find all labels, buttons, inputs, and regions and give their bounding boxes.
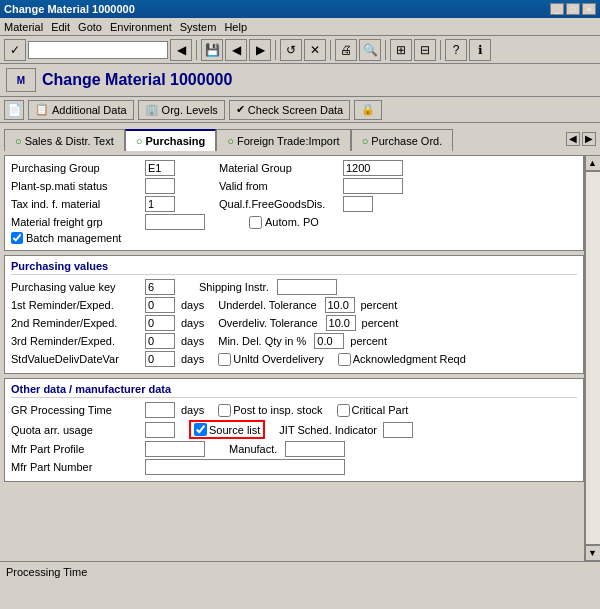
tab-purchase-ord[interactable]: ○ Purchase Ord.: [351, 129, 454, 151]
qual-free-goods-label: Qual.f.FreeGoodsDis.: [219, 198, 339, 210]
back-btn[interactable]: ✓: [4, 39, 26, 61]
menu-help[interactable]: Help: [224, 21, 247, 33]
command-input[interactable]: [28, 41, 168, 59]
info-btn[interactable]: ℹ: [469, 39, 491, 61]
unltd-overdelivery-checkbox[interactable]: [218, 353, 231, 366]
scroll-track: [585, 171, 601, 545]
close-btn[interactable]: ×: [582, 3, 596, 15]
underdel-label: Underdel. Tolerance: [218, 299, 316, 311]
scroll-up-btn[interactable]: ▲: [585, 155, 601, 171]
tab-purchasing[interactable]: ○ Purchasing: [125, 129, 217, 151]
batch-management-label: Batch management: [26, 232, 121, 244]
batch-management-checkbox[interactable]: [11, 232, 23, 244]
std-value-input[interactable]: [145, 351, 175, 367]
reminder1-label: 1st Reminder/Exped.: [11, 299, 141, 311]
plant-sp-input[interactable]: [145, 178, 175, 194]
sub-icon: 📄: [4, 100, 24, 120]
post-to-insp-stock-checkbox[interactable]: [218, 404, 231, 417]
reminder1-input[interactable]: [145, 297, 175, 313]
reminder3-label: 3rd Reminder/Exped.: [11, 335, 141, 347]
underdel-input[interactable]: [325, 297, 355, 313]
material-freight-label: Material freight grp: [11, 216, 141, 228]
menu-goto[interactable]: Goto: [78, 21, 102, 33]
menu-material[interactable]: Material: [4, 21, 43, 33]
reminder3-input[interactable]: [145, 333, 175, 349]
org-levels-label: Org. Levels: [162, 104, 218, 116]
reminder2-input[interactable]: [145, 315, 175, 331]
title-bar-text: Change Material 1000000: [4, 3, 135, 15]
reminder3-unit: days: [181, 335, 204, 347]
options-btn[interactable]: ⊟: [414, 39, 436, 61]
layout-btn[interactable]: ⊞: [390, 39, 412, 61]
print-btn[interactable]: 🖨: [335, 39, 357, 61]
row-mfr-part-profile: Mfr Part Profile Manufact.: [11, 441, 577, 457]
min-del-qty-unit: percent: [350, 335, 387, 347]
material-icon: M: [6, 68, 36, 92]
manufact-input[interactable]: [285, 441, 345, 457]
nav-fwd-btn[interactable]: ▶: [249, 39, 271, 61]
separator-2: [275, 40, 276, 60]
content-area: Purchasing Group Material Group Plant-sp…: [4, 155, 584, 561]
menu-edit[interactable]: Edit: [51, 21, 70, 33]
tab-nav-prev[interactable]: ◀: [566, 132, 580, 146]
nav-back-btn[interactable]: ◀: [225, 39, 247, 61]
purchasing-group-input[interactable]: [145, 160, 175, 176]
find-btn[interactable]: 🔍: [359, 39, 381, 61]
tab-purchase-ord-label: Purchase Ord.: [371, 135, 442, 147]
qual-free-goods-input[interactable]: [343, 196, 373, 212]
tab-purchasing-label: Purchasing: [145, 135, 205, 147]
min-del-qty-input[interactable]: [314, 333, 344, 349]
tab-nav-next[interactable]: ▶: [582, 132, 596, 146]
main-toolbar: ✓ ◀ 💾 ◀ ▶ ↺ ✕ 🖨 🔍 ⊞ ⊟ ? ℹ: [0, 36, 600, 64]
other-data-section: Other data / manufacturer data GR Proces…: [4, 378, 584, 482]
row-mfr-part-number: Mfr Part Number: [11, 459, 577, 475]
purchasing-value-key-label: Purchasing value key: [11, 281, 141, 293]
shipping-instr-input[interactable]: [277, 279, 337, 295]
tab-purchase-ord-icon: ○: [362, 135, 369, 147]
tab-sales-distr-icon: ○: [15, 135, 22, 147]
refresh-btn[interactable]: ↺: [280, 39, 302, 61]
mfr-part-profile-input[interactable]: [145, 441, 205, 457]
tab-sales-distr[interactable]: ○ Sales & Distr. Text: [4, 129, 125, 151]
post-to-insp-stock-label: Post to insp. stock: [233, 404, 322, 416]
acknowledgment-reqd-checkbox[interactable]: [338, 353, 351, 366]
shipping-instr-label: Shipping Instr.: [199, 281, 269, 293]
enter-btn[interactable]: ◀: [170, 39, 192, 61]
menu-system[interactable]: System: [180, 21, 217, 33]
unltd-overdelivery-label: Unltd Overdelivery: [233, 353, 323, 365]
check-icon: ✔: [236, 103, 245, 116]
row-purchasing-group: Purchasing Group Material Group: [11, 160, 577, 176]
source-list-checkbox[interactable]: [194, 423, 207, 436]
row-purchasing-value-key: Purchasing value key Shipping Instr.: [11, 279, 577, 295]
org-levels-btn[interactable]: 🏢 Org. Levels: [138, 100, 225, 120]
material-group-input[interactable]: [343, 160, 403, 176]
check-screen-data-btn[interactable]: ✔ Check Screen Data: [229, 100, 350, 120]
title-bar: Change Material 1000000 _ □ ×: [0, 0, 600, 18]
minimize-btn[interactable]: _: [550, 3, 564, 15]
tab-foreign-trade[interactable]: ○ Foreign Trade:Import: [216, 129, 350, 151]
autom-po-label: Autom. PO: [265, 216, 319, 228]
stop-btn[interactable]: ✕: [304, 39, 326, 61]
lock-icon: 🔒: [361, 103, 375, 116]
autom-po-checkbox[interactable]: [249, 216, 262, 229]
row-batch-management: Batch management: [11, 232, 577, 244]
maximize-btn[interactable]: □: [566, 3, 580, 15]
save-btn[interactable]: 💾: [201, 39, 223, 61]
valid-from-input[interactable]: [343, 178, 403, 194]
tax-ind-input[interactable]: [145, 196, 175, 212]
gr-processing-input[interactable]: [145, 402, 175, 418]
material-group-label: Material Group: [219, 162, 339, 174]
scroll-down-btn[interactable]: ▼: [585, 545, 601, 561]
help-btn[interactable]: ?: [445, 39, 467, 61]
quota-arr-usage-input[interactable]: [145, 422, 175, 438]
additional-data-btn[interactable]: 📋 Additional Data: [28, 100, 134, 120]
min-del-qty-label: Min. Del. Qty in %: [218, 335, 306, 347]
critical-part-checkbox[interactable]: [337, 404, 350, 417]
menu-environment[interactable]: Environment: [110, 21, 172, 33]
material-freight-input[interactable]: [145, 214, 205, 230]
jit-sched-input[interactable]: [383, 422, 413, 438]
lock-btn[interactable]: 🔒: [354, 100, 382, 120]
overdel-input[interactable]: [326, 315, 356, 331]
mfr-part-number-input[interactable]: [145, 459, 345, 475]
purchasing-value-key-input[interactable]: [145, 279, 175, 295]
